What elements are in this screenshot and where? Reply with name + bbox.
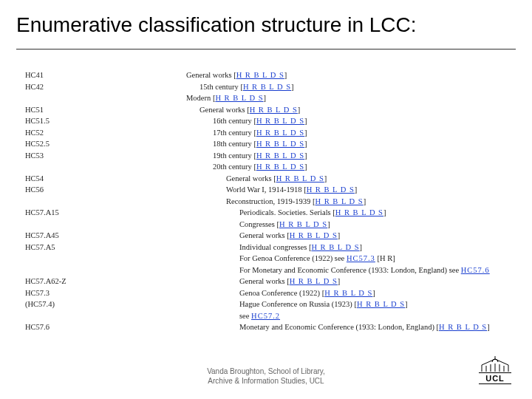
catalog-links[interactable]: H R B L D S <box>290 277 338 285</box>
class-label: For Genoa Conference (1922) see HC57.3 [… <box>186 253 510 265</box>
class-label: General works [H R B L D S] <box>186 69 510 81</box>
classification-row: HC57.A15Periodicals. Societies. Serials … <box>25 207 510 219</box>
class-label: Individual congresses [H R B L D S] <box>186 242 510 253</box>
class-label: Reconstruction, 1919-1939 [H R B L D S] <box>186 196 510 208</box>
label-text: General works <box>200 106 245 114</box>
class-code <box>25 310 186 322</box>
catalog-links[interactable]: H R B L D S <box>256 163 304 171</box>
label-text: 18th century <box>213 140 252 148</box>
classification-row: HC4215th century [H R B L D S] <box>25 81 510 93</box>
catalog-links[interactable]: H R B L D S <box>256 117 304 125</box>
classification-listing: HC41General works [H R B L D S]HC4215th … <box>25 69 510 333</box>
catalog-links[interactable]: H R B L D S <box>357 300 405 308</box>
classification-row: HC41General works [H R B L D S] <box>25 69 510 81</box>
class-code: HC41 <box>25 69 186 81</box>
classification-row: HC5217th century [H R B L D S] <box>25 127 510 139</box>
see-reference-link[interactable]: HC57.3 <box>347 254 375 262</box>
slide-footer: Vanda Broughton, School of Library, Arch… <box>0 366 532 386</box>
classification-row: HC57.A62-ZGeneral works [H R B L D S] <box>25 276 510 287</box>
class-label: General works [H R B L D S] <box>186 276 510 287</box>
catalog-links[interactable]: H R B L D S <box>315 197 363 205</box>
catalog-links[interactable]: H R B L D S <box>256 151 304 160</box>
class-label: 17th century [H R B L D S] <box>186 127 510 139</box>
classification-row: HC54General works [H R B L D S] <box>25 173 510 185</box>
class-label: General works [H R B L D S] <box>186 173 510 185</box>
class-label: Genoa Conference (1922) [H R B L D S] <box>186 287 510 299</box>
ucl-logo: UCL <box>479 356 511 384</box>
catalog-links[interactable]: H R B L D S <box>276 174 324 183</box>
catalog-links[interactable]: H R B L D S <box>324 289 372 297</box>
class-label: 16th century [H R B L D S] <box>186 115 510 127</box>
class-code <box>25 265 186 276</box>
class-label: see HC57.2 <box>186 310 510 322</box>
class-label: 20th century [H R B L D S] <box>186 161 510 173</box>
label-text: Genoa Conference (1922) <box>239 289 320 297</box>
class-code: HC42 <box>25 81 186 93</box>
catalog-links[interactable]: H R B L D S <box>307 185 355 194</box>
label-text: General works <box>239 277 285 285</box>
ucl-dome-icon <box>479 356 511 372</box>
class-label: 15th century [H R B L D S] <box>186 81 510 93</box>
catalog-links[interactable]: H R B L D S <box>236 71 284 79</box>
catalog-links[interactable]: H R B L D S <box>290 231 338 239</box>
class-label: Modern [H R B L D S] <box>186 92 510 104</box>
class-code: HC53 <box>25 150 186 162</box>
see-reference-link[interactable]: HC57.2 <box>251 312 280 320</box>
catalog-links[interactable]: H R B L D S <box>279 220 327 228</box>
classification-row: HC57.A45General works [H R B L D S] <box>25 230 510 242</box>
class-code: HC51 <box>25 104 186 116</box>
class-code <box>25 92 186 104</box>
class-code: HC54 <box>25 173 186 185</box>
class-label: Monetary and Economic Conference (1933: … <box>186 321 510 333</box>
label-text: General works <box>186 71 232 79</box>
class-label: 18th century [H R B L D S] <box>186 138 510 150</box>
catalog-links[interactable]: H R B L D S <box>256 140 304 148</box>
title-underline <box>16 49 516 50</box>
catalog-links[interactable]: H R B L D S <box>256 129 304 137</box>
class-code: HC57.A62-Z <box>25 276 186 287</box>
classification-row: HC57.3Genoa Conference (1922) [H R B L D… <box>25 287 510 299</box>
classification-row: HC52.518th century [H R B L D S] <box>25 138 510 150</box>
classification-row: For Monetary and Economic Conference (19… <box>25 265 510 276</box>
classification-row: HC57.6Monetary and Economic Conference (… <box>25 321 510 333</box>
catalog-links[interactable]: H R B L D S <box>335 208 383 216</box>
label-text: General works <box>239 231 285 239</box>
classification-row: Congresses [H R B L D S] <box>25 219 510 231</box>
catalog-links[interactable]: H R B L D S <box>250 106 298 114</box>
label-text: World War I, 1914-1918 <box>226 185 302 194</box>
catalog-links[interactable]: H R B L D S <box>311 243 359 251</box>
class-label: Hague Conference on Russia (1923) [H R B… <box>186 299 510 310</box>
slide: Enumerative classification structure in … <box>0 0 532 399</box>
classification-row: Modern [H R B L D S] <box>25 92 510 104</box>
label-text: 17th century <box>213 129 252 137</box>
label-text: Congresses <box>239 220 275 228</box>
label-text: 16th century <box>213 117 252 125</box>
class-label: Congresses [H R B L D S] <box>186 219 510 231</box>
catalog-links[interactable]: H R B L D S <box>439 323 487 331</box>
classification-row: 20th century [H R B L D S] <box>25 161 510 173</box>
slide-title: Enumerative classification structure in … <box>16 13 417 37</box>
label-text: 15th century <box>200 83 239 91</box>
class-label: 19th century [H R B L D S] <box>186 150 510 162</box>
class-code <box>25 161 186 173</box>
class-code: HC56 <box>25 184 186 196</box>
label-text: Periodicals. Societies. Serials <box>239 208 331 216</box>
see-reference-link[interactable]: HC57.6 <box>461 266 490 274</box>
class-code: HC51.5 <box>25 115 186 127</box>
label-text: Hague Conference on Russia (1923) <box>239 300 352 308</box>
class-code <box>25 196 186 208</box>
label-text: see <box>239 312 251 320</box>
label-text: For Monetary and Economic Conference (19… <box>239 266 461 274</box>
catalog-links[interactable]: H R B L D S <box>243 83 291 91</box>
catalog-links[interactable]: H R B L D S <box>215 94 263 102</box>
class-code: HC57.A15 <box>25 207 186 219</box>
class-code: (HC57.4) <box>25 299 186 310</box>
classification-row: HC51General works [H R B L D S] <box>25 104 510 116</box>
label-text: For Genoa Conference (1922) see <box>239 254 347 262</box>
class-label: World War I, 1914-1918 [H R B L D S] <box>186 184 510 196</box>
class-code: HC52 <box>25 127 186 139</box>
class-code: HC57.6 <box>25 321 186 333</box>
label-text: 19th century <box>213 151 252 160</box>
label-text: General works <box>226 174 272 183</box>
label-text: Individual congresses <box>239 243 307 251</box>
